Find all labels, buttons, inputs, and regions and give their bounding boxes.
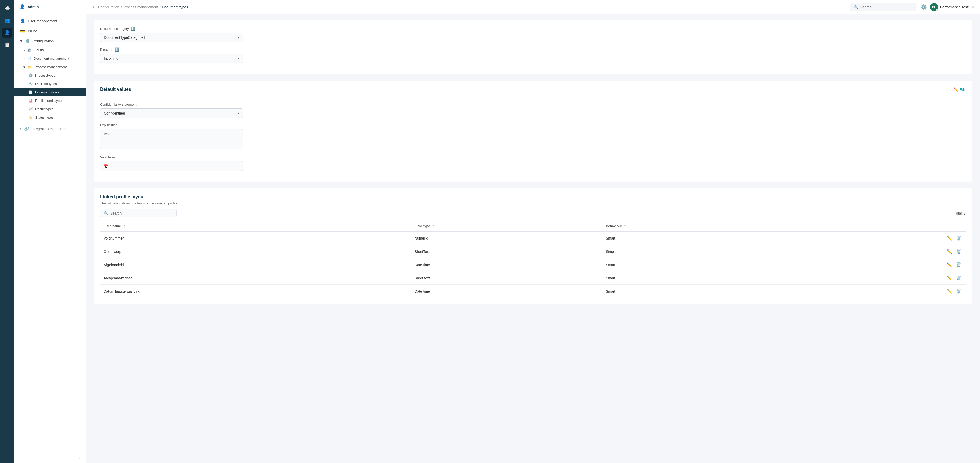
sidebar-item-library[interactable]: › 🏛️ Library <box>14 46 86 54</box>
sidebar-item-configuration[interactable]: ▾ ⚙️ Configuration <box>14 36 86 46</box>
edit-row-button[interactable]: ✏️ <box>946 274 953 281</box>
direction-select[interactable]: Incoming <box>100 54 243 63</box>
sidebar-collapse-button[interactable]: « <box>14 452 86 463</box>
document-category-select-wrapper: DocumentTypeCategorie1 ▾ <box>100 33 243 42</box>
user-management-icon: 👤 <box>20 19 25 24</box>
rail-cloud-icon[interactable]: ☁️ <box>2 3 12 13</box>
cell-actions: ✏️ 🗑️ <box>799 232 966 245</box>
cell-field-type: Date time <box>411 258 602 271</box>
document-category-label: Document category ℹ️ <box>100 27 966 31</box>
delete-row-button[interactable]: 🗑️ <box>955 288 962 295</box>
cell-actions: ✏️ 🗑️ <box>799 285 966 298</box>
confidentiality-group: Confidentiality statement Confidentieel … <box>100 103 966 118</box>
edit-button[interactable]: ✏️ Edit <box>954 87 966 92</box>
top-header: ← Configuration / Process management / D… <box>86 0 980 14</box>
table-row: Onderwerp ShortText Simple ✏️ 🗑️ <box>100 245 966 258</box>
delete-row-button[interactable]: 🗑️ <box>955 235 962 242</box>
rail-person-icon[interactable]: 👤 <box>2 27 12 38</box>
chevron-right-doc-management: › <box>24 57 24 60</box>
sidebar-header: 👤 Admin <box>14 0 86 14</box>
main: ← Configuration / Process management / D… <box>86 0 980 463</box>
document-types-icon: 📄 <box>29 90 33 94</box>
sidebar-item-billing[interactable]: 💳 Billing › <box>14 26 86 36</box>
linked-profile-title: Linked profile layout <box>100 194 966 200</box>
sort-down-icon: ▼ <box>624 226 626 228</box>
sidebar-item-decision-types[interactable]: 🔧 Decision types <box>14 79 86 88</box>
sidebar-item-integration-management[interactable]: › 🔗 Integration management <box>14 124 86 134</box>
billing-icon: 💳 <box>20 29 25 33</box>
form-section-defaults: Default values ✏️ Edit Confidentiality s… <box>94 81 972 182</box>
rail-docs-icon[interactable]: 📋 <box>2 40 12 50</box>
sort-down-icon: ▼ <box>123 226 125 228</box>
search-icon: 🔍 <box>854 5 858 9</box>
global-search-box[interactable]: 🔍 <box>850 3 916 11</box>
table-row: Volgnummer Numeric Smart ✏️ 🗑️ <box>100 232 966 245</box>
default-values-title: Default values <box>100 87 131 92</box>
user-badge[interactable]: PE Performance Test1 ▾ <box>930 3 974 11</box>
sidebar-item-profiles-layout[interactable]: 📊 Profiles and layout <box>14 97 86 105</box>
delete-row-button[interactable]: 🗑️ <box>955 261 962 268</box>
valid-from-label: Valid from <box>100 155 966 159</box>
direction-group: Direction ℹ️ Incoming ▾ <box>100 48 966 63</box>
cell-field-name: Volgnummer <box>100 232 411 245</box>
cell-field-name: Onderwerp <box>100 245 411 258</box>
sidebar-item-label-result-types: Result types <box>35 107 54 111</box>
edit-row-button[interactable]: ✏️ <box>946 235 953 242</box>
explanation-textarea[interactable]: test <box>100 129 243 149</box>
cell-field-name: Datum laatste wijziging <box>100 285 411 298</box>
edit-row-button[interactable]: ✏️ <box>946 288 953 295</box>
valid-from-group: Valid from 📅 10/13/2023 <box>100 155 966 171</box>
sidebar-item-processtypes[interactable]: ⚙️ Processtypes <box>14 71 86 79</box>
cell-actions: ✏️ 🗑️ <box>799 271 966 285</box>
table-search-input[interactable] <box>110 211 173 215</box>
sidebar-item-document-types[interactable]: 📄 Document types <box>14 88 86 97</box>
processtypes-icon: ⚙️ <box>29 73 33 77</box>
settings-gear-icon[interactable]: ⚙️ <box>921 4 927 10</box>
sidebar-item-user-management[interactable]: 👤 User management › <box>14 16 86 26</box>
profiles-layout-icon: 📊 <box>29 99 33 103</box>
edit-row-button[interactable]: ✏️ <box>946 261 953 268</box>
collapse-icon: « <box>78 456 80 460</box>
col-field-type: Field type ▲ ▼ <box>411 221 602 232</box>
sidebar-item-document-management[interactable]: › 📄 Document management <box>14 54 86 63</box>
online-status-dot <box>936 9 938 11</box>
col-behaviour: Behaviour ▲ ▼ <box>602 221 799 232</box>
sidebar-item-process-management[interactable]: ▾ 📁 Process management <box>14 63 86 71</box>
document-category-select[interactable]: DocumentTypeCategorie1 <box>100 33 243 42</box>
form-section-category: Document category ℹ️ DocumentTypeCategor… <box>94 21 972 75</box>
delete-row-button[interactable]: 🗑️ <box>955 248 962 255</box>
table-body: Volgnummer Numeric Smart ✏️ 🗑️ Onderwerp… <box>100 232 966 298</box>
integration-icon: 🔗 <box>24 126 29 131</box>
table-row: Aangemaakt door Short text Smart ✏️ 🗑️ <box>100 271 966 285</box>
cell-actions: ✏️ 🗑️ <box>799 245 966 258</box>
user-initials: PE <box>932 5 936 9</box>
edit-label: Edit <box>959 87 966 92</box>
sort-field-name-icons[interactable]: ▲ ▼ <box>123 224 125 228</box>
table-total-count: Total: 7 <box>954 211 966 215</box>
sidebar: 👤 Admin 👤 User management › 💳 Billing › … <box>14 0 86 463</box>
sort-field-type-icons[interactable]: ▲ ▼ <box>432 224 434 228</box>
explanation-group: Explanation test <box>100 123 966 150</box>
sidebar-item-status-types[interactable]: 🏷️ Status types <box>14 113 86 122</box>
confidentiality-select[interactable]: Confidentieel <box>100 108 243 118</box>
library-icon: 🏛️ <box>27 48 31 52</box>
sort-behaviour-icons[interactable]: ▲ ▼ <box>624 224 626 228</box>
sidebar-item-label-doc-management: Document management <box>34 57 69 60</box>
valid-from-input[interactable]: 10/13/2023 <box>100 161 243 171</box>
explanation-label: Explanation <box>100 123 966 127</box>
cell-field-type: Date time <box>411 285 602 298</box>
sidebar-item-label-user-management: User management <box>28 19 57 23</box>
rail-users-icon[interactable]: 👥 <box>2 15 12 25</box>
doc-management-icon: 📄 <box>27 57 31 60</box>
cell-field-type: Short text <box>411 271 602 285</box>
process-management-icon: 📁 <box>28 65 32 69</box>
table-search-box[interactable]: 🔍 <box>100 209 177 217</box>
delete-row-button[interactable]: 🗑️ <box>955 274 962 281</box>
status-types-icon: 🏷️ <box>29 116 33 119</box>
back-button[interactable]: ← <box>92 4 97 10</box>
sidebar-item-result-types[interactable]: 📈 Result types <box>14 105 86 113</box>
user-chevron-down-icon: ▾ <box>972 5 974 9</box>
table-search-row: 🔍 Total: 7 <box>100 209 966 217</box>
global-search-input[interactable] <box>860 5 913 9</box>
edit-row-button[interactable]: ✏️ <box>946 248 953 255</box>
